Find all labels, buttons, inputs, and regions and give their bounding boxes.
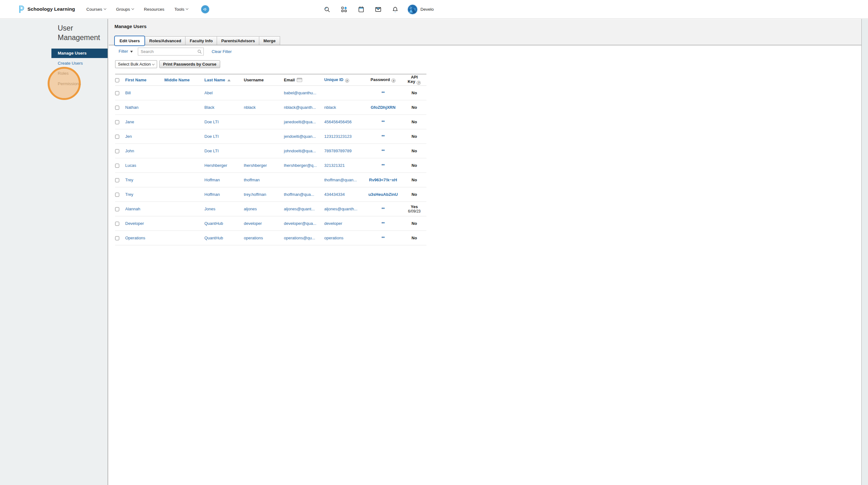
nav-item-resources[interactable]: Resources xyxy=(144,7,164,12)
search-icon[interactable] xyxy=(197,49,202,54)
user-last-name-link[interactable]: Abel xyxy=(205,91,213,95)
tab-bar: Edit Users Roles/Advanced Faculty Info P… xyxy=(114,36,280,45)
user-last-name-link[interactable]: Black xyxy=(205,105,215,110)
table-row: John Doe LTI johndoelti@qua... 789789789… xyxy=(115,143,427,158)
user-api-key: No xyxy=(404,235,425,240)
user-first-name-link[interactable]: Trey xyxy=(125,192,133,197)
user-first-name-link[interactable]: Bill xyxy=(125,91,131,95)
select-all-checkbox[interactable] xyxy=(115,78,119,82)
help-icon[interactable]: ? xyxy=(392,78,396,83)
account-menu[interactable]: Develo xyxy=(408,5,434,14)
user-first-name-link[interactable]: Alannah xyxy=(125,206,141,211)
user-email: johndoelti@qua... xyxy=(284,149,316,153)
brand[interactable]: Schoology Learning xyxy=(18,5,75,13)
tab-roles-advanced[interactable]: Roles/Advanced xyxy=(145,36,185,45)
row-checkbox[interactable] xyxy=(115,236,119,240)
row-checkbox[interactable] xyxy=(115,120,119,124)
row-checkbox[interactable] xyxy=(115,164,119,168)
users-table-body: Bill Abel babel@quanthu... ** No Nathan … xyxy=(115,86,427,243)
help-icon[interactable]: ? xyxy=(417,81,421,85)
nav-item-resources-label: Resources xyxy=(144,7,164,12)
calendar-icon[interactable] xyxy=(358,6,365,13)
nav-item-tools-label: Tools xyxy=(175,7,185,12)
user-username: lhershberger xyxy=(244,163,267,168)
user-password: ** xyxy=(381,163,384,168)
table-row: Alannah Jones aljones aljones@quant... a… xyxy=(115,201,427,216)
user-first-name-link[interactable]: John xyxy=(125,149,134,153)
tab-merge[interactable]: Merge xyxy=(259,36,280,45)
user-unique-id: 123123123123 xyxy=(324,134,352,139)
user-first-name-link[interactable]: Lucas xyxy=(125,163,136,168)
user-first-name-link[interactable]: Nathan xyxy=(125,105,138,110)
user-last-name-link[interactable]: Hoffman xyxy=(205,177,220,182)
user-first-name-link[interactable]: Trey xyxy=(125,177,133,182)
announcement-badge[interactable] xyxy=(201,5,209,13)
tab-faculty-info[interactable]: Faculty Info xyxy=(185,36,217,45)
chevron-down-icon xyxy=(152,62,155,65)
row-checkbox[interactable] xyxy=(115,222,119,226)
user-first-name-link[interactable]: Jane xyxy=(125,120,134,124)
megaphone-icon xyxy=(203,7,208,12)
print-passwords-button[interactable]: Print Passwords by Course xyxy=(159,60,220,68)
api-key-label-line2: Key xyxy=(408,79,415,84)
sidebar-item-permissions[interactable]: Permissions xyxy=(58,82,81,86)
user-last-name-link[interactable]: Hershberger xyxy=(205,163,227,168)
column-header-last-name[interactable]: Last Name xyxy=(205,77,225,82)
user-last-name-link[interactable]: QuantHub xyxy=(205,221,223,226)
user-api-key: No xyxy=(404,149,425,153)
row-checkbox[interactable] xyxy=(115,178,119,182)
sidebar-item-roles[interactable]: Roles xyxy=(58,71,69,76)
top-navigation: Schoology Learning Courses Groups Resour… xyxy=(0,0,434,19)
column-header-first-name[interactable]: First Name xyxy=(125,77,146,82)
app-launcher-icon[interactable] xyxy=(341,6,348,13)
nav-item-tools[interactable]: Tools xyxy=(175,7,188,12)
filter-dropdown[interactable]: Filter xyxy=(119,49,133,54)
sidebar-item-create-users[interactable]: Create Users xyxy=(58,61,83,66)
clear-filter-link[interactable]: Clear Filter xyxy=(212,49,232,54)
user-username: aljones xyxy=(244,206,257,211)
user-last-name-link[interactable]: Jones xyxy=(205,206,215,211)
row-checkbox[interactable] xyxy=(115,106,119,110)
user-first-name-link[interactable]: Developer xyxy=(125,221,144,226)
email-card-icon[interactable] xyxy=(297,78,302,82)
user-last-name-link[interactable]: Doe LTI xyxy=(205,120,219,124)
api-key-label-line1: API xyxy=(411,75,418,79)
tab-parents-advisors[interactable]: Parents/Advisors xyxy=(217,36,259,45)
table-row: Trey Hoffman thoffman thoffman@quan... R… xyxy=(115,172,427,187)
tab-edit-users[interactable]: Edit Users xyxy=(114,36,145,46)
search-icon[interactable] xyxy=(323,6,331,13)
nav-item-courses[interactable]: Courses xyxy=(86,7,106,12)
user-last-name-link[interactable]: Doe LTI xyxy=(205,134,219,139)
sidebar-item-manage-users[interactable]: Manage Users xyxy=(52,48,107,58)
nav-item-courses-label: Courses xyxy=(86,7,102,12)
user-last-name-link[interactable]: QuantHub xyxy=(205,235,223,240)
avatar xyxy=(408,5,417,14)
nav-utilities: Develo xyxy=(323,0,434,19)
nav-item-groups[interactable]: Groups xyxy=(116,7,134,12)
user-password: ** xyxy=(381,149,384,153)
mail-icon[interactable] xyxy=(375,6,382,13)
column-header-unique-id[interactable]: Unique ID xyxy=(324,77,343,82)
user-last-name-link[interactable]: Hoffman xyxy=(205,192,220,197)
table-row: Trey Hoffman trey.hoffman thoffman@qua..… xyxy=(115,187,427,201)
user-username: operations xyxy=(244,235,263,240)
help-icon[interactable]: ? xyxy=(345,78,349,83)
bulk-action-select[interactable]: Select Bulk Action xyxy=(115,60,157,68)
row-checkbox[interactable] xyxy=(115,193,119,197)
user-first-name-link[interactable]: Jen xyxy=(125,134,132,139)
user-email: thoffman@qua... xyxy=(284,192,314,197)
search-input[interactable] xyxy=(138,47,204,56)
user-last-name-link[interactable]: Doe LTI xyxy=(205,149,219,153)
user-password: ** xyxy=(381,120,384,124)
row-checkbox[interactable] xyxy=(115,149,119,153)
column-header-email: Email xyxy=(284,77,295,82)
sidebar-title: User Management xyxy=(58,23,111,42)
user-first-name-link[interactable]: Operations xyxy=(125,235,146,240)
row-checkbox[interactable] xyxy=(115,135,119,139)
row-checkbox[interactable] xyxy=(115,207,119,211)
chevron-down-icon xyxy=(131,7,134,10)
user-unique-id: thoffman@quan... xyxy=(324,177,357,182)
bell-icon[interactable] xyxy=(392,6,399,13)
column-header-middle-name[interactable]: Middle Name xyxy=(164,77,190,82)
row-checkbox[interactable] xyxy=(115,91,119,95)
